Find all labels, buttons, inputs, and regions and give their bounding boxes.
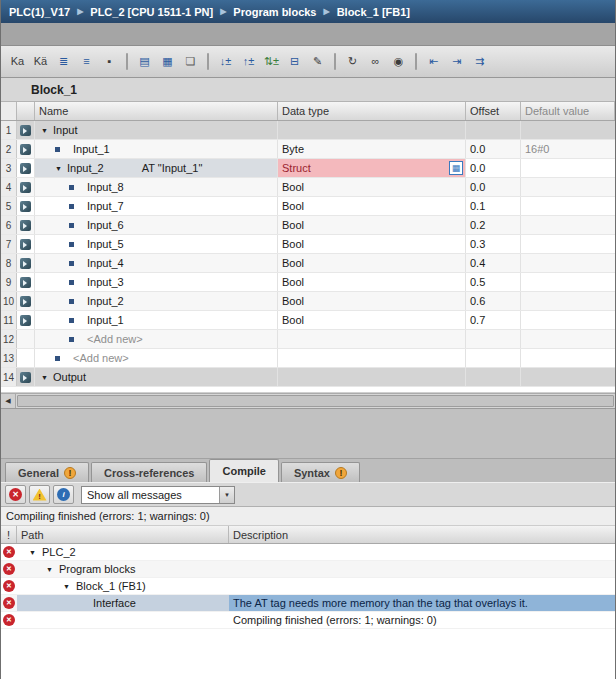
- message-row[interactable]: ✕ ▼ Compiling finished (errors: 1; warni…: [1, 612, 615, 629]
- message-path-cell[interactable]: ▼ Interface: [17, 595, 229, 611]
- message-description-cell[interactable]: The AT tag needs more memory than the ta…: [229, 595, 615, 611]
- tab-syntax[interactable]: Syntax !: [281, 462, 360, 482]
- column-header-description[interactable]: Description: [229, 526, 615, 543]
- insert-row-icon[interactable]: ≣: [53, 51, 74, 72]
- toolbar-icon[interactable]: [415, 53, 417, 70]
- breadcrumb-item[interactable]: ▶ PLC(1)_V17: [9, 6, 70, 18]
- default-value-cell[interactable]: [521, 121, 615, 139]
- refresh-icon[interactable]: ↻: [342, 51, 363, 72]
- message-description-cell[interactable]: Compiling finished (errors: 1; warnings:…: [229, 612, 615, 628]
- name-cell[interactable]: ▼ Output: [35, 368, 278, 386]
- message-path-cell[interactable]: ▼: [17, 612, 229, 628]
- default-value-cell[interactable]: 16#0: [521, 140, 615, 158]
- tree-expander-icon[interactable]: ▼: [63, 583, 76, 590]
- name-cell[interactable]: ▼ Input_5: [35, 235, 278, 253]
- keep-actual-values-icon[interactable]: Ka: [7, 51, 28, 72]
- expander-icon[interactable]: ▼: [41, 127, 53, 134]
- column-header-severity[interactable]: !: [1, 526, 17, 543]
- snapshot-actual-values-icon[interactable]: Kä: [30, 51, 51, 72]
- comment-toggle-icon[interactable]: ❏: [180, 51, 201, 72]
- interface-row[interactable]: 7 ▼ Input_5 Bool ▦ 0.3: [1, 235, 615, 254]
- default-value-cell[interactable]: [521, 216, 615, 234]
- interface-row[interactable]: 10 ▼ Input_2 Bool ▦ 0.6: [1, 292, 615, 311]
- default-value-cell[interactable]: [521, 159, 615, 177]
- default-value-cell[interactable]: [521, 368, 615, 386]
- datatype-cell[interactable]: Struct ▦: [278, 159, 466, 177]
- message-description-cell[interactable]: [229, 561, 615, 577]
- datatype-cell[interactable]: Bool ▦: [278, 311, 466, 329]
- name-cell[interactable]: ▼ <Add new>: [35, 330, 278, 348]
- toolbar-icon[interactable]: [334, 53, 336, 70]
- scrollbar-thumb[interactable]: [17, 395, 614, 407]
- tab-general[interactable]: General !: [5, 462, 89, 482]
- monitor-icon[interactable]: ∞: [365, 51, 386, 72]
- toggle-display-icon[interactable]: ⊟: [284, 51, 305, 72]
- message-row[interactable]: ✕ ▼ PLC_2: [1, 544, 615, 561]
- interface-row[interactable]: 11 ▼ Input_1 Bool ▦ 0.7: [1, 311, 615, 330]
- interface-row[interactable]: 13 ▼ <Add new> ▦: [1, 349, 615, 368]
- tree-expander-icon[interactable]: ▼: [46, 566, 59, 573]
- previous-error-icon[interactable]: ⇤: [423, 51, 444, 72]
- default-value-cell[interactable]: [521, 254, 615, 272]
- interface-row[interactable]: 9 ▼ Input_3 Bool ▦ 0.5: [1, 273, 615, 292]
- datatype-cell[interactable]: ▦: [278, 121, 466, 139]
- message-description-cell[interactable]: [229, 544, 615, 560]
- default-value-cell[interactable]: [521, 273, 615, 291]
- message-path-cell[interactable]: ▼ Program blocks: [17, 561, 229, 577]
- column-header-datatype[interactable]: Data type: [278, 102, 466, 120]
- name-cell[interactable]: ▼ Input_4: [35, 254, 278, 272]
- breadcrumb-item[interactable]: ▶ Block_1 [FB1]: [316, 6, 410, 18]
- default-value-cell[interactable]: [521, 292, 615, 310]
- column-header-path[interactable]: Path: [17, 526, 229, 543]
- dropdown-arrow-icon[interactable]: ▼: [219, 487, 234, 503]
- message-path-cell[interactable]: ▼ Block_1 (FB1): [17, 578, 229, 594]
- interface-row[interactable]: 8 ▼ Input_4 Bool ▦ 0.4: [1, 254, 615, 273]
- message-row[interactable]: ✕ ▼ Block_1 (FB1): [1, 578, 615, 595]
- horizontal-scrollbar[interactable]: ◀: [1, 393, 615, 408]
- name-cell[interactable]: ▼ <Add new>: [35, 349, 278, 367]
- message-row[interactable]: ✕ ▼ Program blocks: [1, 561, 615, 578]
- datatype-cell[interactable]: ▦: [278, 330, 466, 348]
- interface-row[interactable]: 12 ▼ <Add new> ▦: [1, 330, 615, 349]
- expander-icon[interactable]: ▼: [41, 374, 53, 381]
- tab-cross-references[interactable]: Cross-references !: [91, 462, 208, 482]
- datatype-cell[interactable]: ▦: [278, 368, 466, 386]
- name-cell[interactable]: ▼ Input_1: [35, 311, 278, 329]
- tab-compile[interactable]: Compile !: [209, 459, 278, 482]
- edit-constants-icon[interactable]: ✎: [307, 51, 328, 72]
- add-row-icon[interactable]: ≡: [76, 51, 97, 72]
- name-cell[interactable]: ▼ Input: [35, 121, 278, 139]
- snapshot-camera-icon[interactable]: ◉: [388, 51, 409, 72]
- default-value-cell[interactable]: [521, 197, 615, 215]
- tree-expander-icon[interactable]: ▼: [29, 549, 42, 556]
- breadcrumb-item[interactable]: ▶ PLC_2 [CPU 1511-1 PN]: [70, 6, 213, 18]
- expander-icon[interactable]: ▼: [55, 165, 67, 172]
- message-row[interactable]: ✕ ▼ Interface The AT tag needs more memo…: [1, 595, 615, 612]
- datatype-cell[interactable]: Bool ▦: [278, 254, 466, 272]
- interface-row[interactable]: 3 ▼ Input_2 AT "Input_1" Struct ▦ 0.0: [1, 159, 615, 178]
- interface-row[interactable]: 6 ▼ Input_6 Bool ▦ 0.2: [1, 216, 615, 235]
- datatype-cell[interactable]: Bool ▦: [278, 216, 466, 234]
- name-cell[interactable]: ▼ Input_7: [35, 197, 278, 215]
- name-cell[interactable]: ▼ Input_3: [35, 273, 278, 291]
- datatype-cell[interactable]: Byte ▦: [278, 140, 466, 158]
- default-value-cell[interactable]: [521, 349, 615, 367]
- reset-start-values-icon[interactable]: ▪: [99, 51, 120, 72]
- message-description-cell[interactable]: [229, 578, 615, 594]
- datatype-picker-button[interactable]: ▦: [449, 161, 463, 175]
- column-header-name[interactable]: Name: [35, 102, 278, 120]
- next-error-icon[interactable]: ⇥: [446, 51, 467, 72]
- default-value-cell[interactable]: [521, 178, 615, 196]
- name-cell[interactable]: ▼ Input_2 AT "Input_1": [35, 159, 278, 177]
- interface-row[interactable]: 5 ▼ Input_7 Bool ▦ 0.1: [1, 197, 615, 216]
- go-to-definition-icon[interactable]: ⇉: [469, 51, 490, 72]
- toolbar-icon[interactable]: [207, 53, 209, 70]
- interface-row[interactable]: 14 ▼ Output ▦: [1, 368, 615, 387]
- name-cell[interactable]: ▼ Input_6: [35, 216, 278, 234]
- column-header-default-value[interactable]: Default value: [521, 102, 615, 120]
- datatype-cell[interactable]: Bool ▦: [278, 273, 466, 291]
- download-values-icon[interactable]: ↓±: [215, 51, 236, 72]
- interface-row[interactable]: 1 ▼ Input ▦: [1, 121, 615, 140]
- datatype-cell[interactable]: Bool ▦: [278, 178, 466, 196]
- datatype-cell[interactable]: Bool ▦: [278, 197, 466, 215]
